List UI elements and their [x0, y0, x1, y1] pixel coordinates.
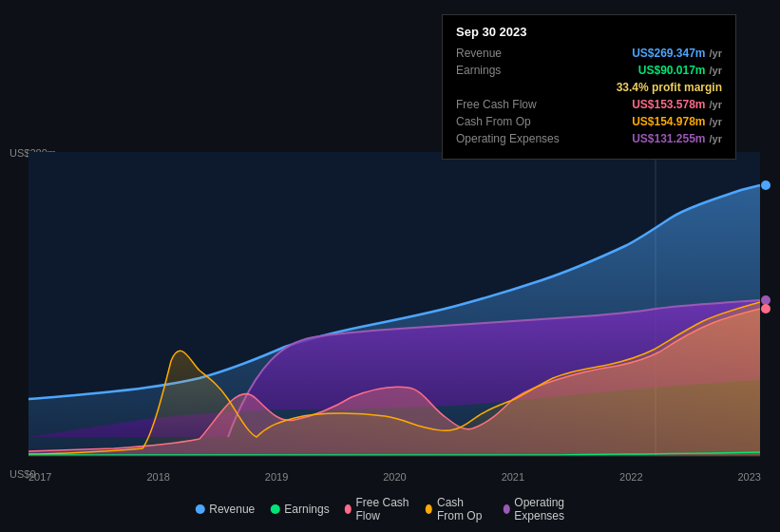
legend-opex-dot — [503, 504, 509, 514]
tooltip-card: Sep 30 2023 Revenue US$269.347m/yr Earni… — [442, 14, 736, 160]
tooltip-revenue-label: Revenue — [456, 47, 561, 60]
legend-fcf-dot — [345, 504, 352, 514]
x-label-2019: 2019 — [265, 471, 288, 483]
tooltip-cashop-row: Cash From Op US$154.978m/yr — [456, 115, 722, 128]
revenue-dot — [761, 180, 770, 190]
legend-earnings[interactable]: Earnings — [270, 503, 329, 516]
tooltip-earnings-row: Earnings US$90.017m/yr — [456, 64, 722, 77]
x-label-2023: 2023 — [737, 471, 760, 483]
tooltip-earnings-label: Earnings — [456, 64, 561, 77]
tooltip-fcf-value: US$153.578m/yr — [632, 98, 722, 111]
legend-earnings-dot — [270, 504, 279, 514]
legend-revenue[interactable]: Revenue — [195, 503, 255, 516]
x-label-2020: 2020 — [383, 471, 406, 483]
legend-fcf[interactable]: Free Cash Flow — [345, 496, 411, 522]
tooltip-revenue-row: Revenue US$269.347m/yr — [456, 47, 722, 60]
x-axis-labels: 2017 2018 2019 2020 2021 2022 2023 — [29, 471, 761, 483]
tooltip-cashop-label: Cash From Op — [456, 115, 561, 128]
tooltip-opex-row: Operating Expenses US$131.255m/yr — [456, 132, 722, 145]
x-label-2017: 2017 — [29, 471, 51, 483]
fcf-dot — [761, 304, 770, 314]
legend-fcf-label: Free Cash Flow — [355, 496, 410, 522]
legend-earnings-label: Earnings — [284, 503, 329, 516]
legend-cashop[interactable]: Cash From Op — [426, 496, 487, 522]
legend-cashop-dot — [426, 504, 432, 514]
tooltip-margin-row: 33.4% profit margin — [456, 81, 722, 94]
legend-opex-label: Operating Expenses — [514, 496, 584, 522]
x-label-2018: 2018 — [146, 471, 169, 483]
opex-dot — [761, 295, 770, 305]
tooltip-opex-label: Operating Expenses — [456, 132, 561, 145]
legend-revenue-label: Revenue — [209, 503, 255, 516]
tooltip-date: Sep 30 2023 — [456, 25, 722, 39]
chart-legend: Revenue Earnings Free Cash Flow Cash Fro… — [195, 496, 585, 522]
tooltip-fcf-label: Free Cash Flow — [456, 98, 561, 111]
chart-container: Sep 30 2023 Revenue US$269.347m/yr Earni… — [0, 0, 780, 532]
x-label-2022: 2022 — [619, 471, 642, 483]
tooltip-revenue-value: US$269.347m/yr — [632, 47, 722, 60]
legend-revenue-dot — [195, 504, 204, 514]
tooltip-cashop-value: US$154.978m/yr — [632, 115, 722, 128]
tooltip-margin-value: 33.4% profit margin — [617, 81, 722, 94]
tooltip-opex-value: US$131.255m/yr — [632, 132, 722, 145]
tooltip-earnings-value: US$90.017m/yr — [638, 64, 722, 77]
legend-cashop-label: Cash From Op — [437, 496, 488, 522]
tooltip-fcf-row: Free Cash Flow US$153.578m/yr — [456, 98, 722, 111]
x-label-2021: 2021 — [502, 471, 524, 483]
legend-opex[interactable]: Operating Expenses — [503, 496, 584, 522]
